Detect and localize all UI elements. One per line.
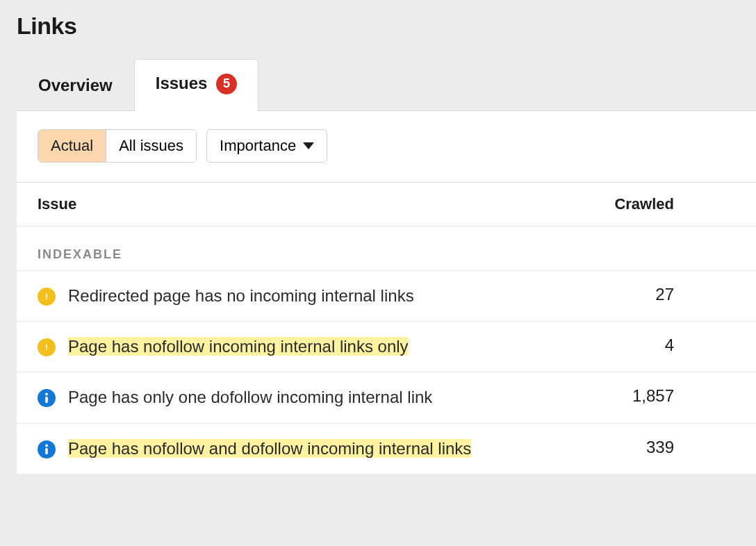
svg-point-5 [45,393,48,396]
sort-dropdown[interactable]: Importance [206,129,327,163]
svg-rect-8 [45,448,48,454]
svg-rect-6 [45,397,48,403]
tabs: Overview Issues 5 [17,59,756,111]
page-title: Links [17,13,756,40]
issue-row[interactable]: Page has nofollow and dofollow incoming … [17,424,756,474]
issue-title: Page has only one dofollow incoming inte… [68,386,605,408]
tab-label: Issues [156,74,208,92]
issues-panel: Actual All issues Importance Issue Crawl… [17,111,756,474]
issue-crawled-count: 27 [605,285,674,304]
issue-crawled-count: 4 [605,336,674,355]
table-header: Issue Crawled [17,182,756,226]
tab-issues[interactable]: Issues 5 [134,59,258,111]
issue-crawled-count: 339 [605,438,674,457]
warning-icon [38,338,56,356]
issue-title: Redirected page has no incoming internal… [68,285,605,307]
issue-row[interactable]: Page has nofollow incoming internal link… [17,322,756,372]
svg-rect-2 [46,298,47,299]
svg-rect-4 [46,349,47,350]
caret-down-icon [303,142,314,149]
group-label-indexable: INDEXABLE [17,226,756,271]
actual-toggle: Actual All issues [38,129,197,163]
sort-label: Importance [220,137,296,155]
col-issue: Issue [38,195,76,213]
tab-label: Overview [38,76,113,94]
svg-rect-3 [46,345,47,348]
tab-overview[interactable]: Overview [17,61,134,110]
issue-row[interactable]: Redirected page has no incoming internal… [17,271,756,322]
issue-title: Page has nofollow and dofollow incoming … [68,438,605,460]
info-icon [38,440,56,458]
issue-title: Page has nofollow incoming internal link… [68,336,605,358]
col-crawled: Crawled [614,195,674,213]
issue-row[interactable]: Page has only one dofollow incoming inte… [17,372,756,423]
filter-bar: Actual All issues Importance [17,129,756,182]
issues-count-badge: 5 [216,74,237,94]
svg-rect-1 [46,293,47,297]
filter-actual-button[interactable]: Actual [38,130,106,162]
warning-icon [38,288,56,306]
info-icon [38,389,56,407]
filter-all-issues-button[interactable]: All issues [106,130,196,162]
svg-point-7 [45,444,48,447]
issue-crawled-count: 1,857 [605,386,674,406]
